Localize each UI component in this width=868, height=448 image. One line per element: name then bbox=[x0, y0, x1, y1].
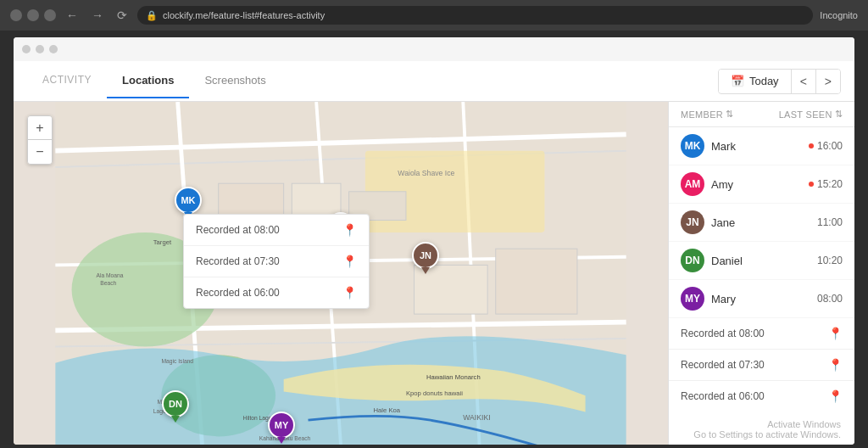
mark-time: 16:00 bbox=[809, 140, 843, 152]
jane-pin[interactable]: JN bbox=[412, 242, 439, 274]
detail-row-2-label: Recorded at 07:30 bbox=[681, 359, 765, 371]
reload-button[interactable]: ⟳ bbox=[114, 7, 131, 24]
watermark-line1: Activate Windows bbox=[693, 419, 841, 429]
forward-button[interactable]: → bbox=[88, 7, 107, 24]
mark-avatar: MK bbox=[175, 187, 202, 214]
popup-row-1-label: Recorded at 08:00 bbox=[196, 224, 280, 236]
svg-rect-16 bbox=[496, 249, 577, 314]
daniel-pin[interactable]: DN bbox=[162, 390, 189, 423]
detail-row-3: Recorded at 06:00 📍 bbox=[669, 381, 854, 412]
map-popup: Recorded at 08:00 📍 Recorded at 07:30 📍 … bbox=[183, 214, 370, 309]
member-sort-icon: ⇅ bbox=[726, 109, 733, 120]
daniel-avatar-panel: DN bbox=[681, 249, 704, 272]
amy-time: 15:20 bbox=[809, 178, 843, 190]
mary-pin[interactable]: MY bbox=[268, 412, 295, 444]
window-close[interactable] bbox=[10, 9, 22, 21]
window-minimize[interactable] bbox=[27, 9, 39, 21]
app-top-bar bbox=[14, 37, 854, 61]
daniel-pin-tail bbox=[171, 416, 180, 423]
window-controls bbox=[10, 9, 56, 21]
address-bar[interactable]: 🔒 clockify.me/feature-list#features-acti… bbox=[137, 6, 813, 25]
jane-name: Jane bbox=[711, 216, 810, 229]
member-row-mary[interactable]: MY Mary 08:00 bbox=[669, 280, 854, 318]
jane-avatar-panel: JN bbox=[681, 210, 704, 234]
tab-bar: ACTIVITY Locations Screenshots bbox=[27, 64, 281, 98]
url-text: clockify.me/feature-list#features-activi… bbox=[163, 10, 325, 20]
svg-text:Hawaiian Monarch: Hawaiian Monarch bbox=[426, 373, 481, 381]
lock-icon: 🔒 bbox=[146, 10, 158, 21]
back-button[interactable]: ← bbox=[63, 7, 81, 24]
browser-chrome: ← → ⟳ 🔒 clockify.me/feature-list#feature… bbox=[0, 0, 868, 31]
popup-row-2: Recorded at 07:30 📍 bbox=[184, 246, 369, 277]
date-picker[interactable]: 📅 Today < > bbox=[718, 69, 841, 94]
svg-text:Beach: Beach bbox=[100, 280, 116, 286]
mark-avatar-panel: MK bbox=[681, 134, 704, 158]
amy-avatar-panel: AM bbox=[681, 172, 704, 196]
mark-status-dot bbox=[809, 143, 814, 148]
member-list: MK Mark 16:00 AM Amy 15:20 bbox=[669, 127, 854, 445]
main-content: Waiola Shave Ice Ala Moana Center Target… bbox=[14, 102, 854, 445]
popup-row-1-icon[interactable]: 📍 bbox=[342, 223, 357, 237]
header-right: 📅 Today < > bbox=[718, 69, 841, 94]
mary-time: 08:00 bbox=[817, 293, 843, 305]
detail-row-2-icon[interactable]: 📍 bbox=[828, 358, 843, 372]
app-header: ACTIVITY Locations Screenshots 📅 Today <… bbox=[14, 61, 854, 102]
member-row-amy[interactable]: AM Amy 15:20 bbox=[669, 165, 854, 204]
detail-row-2: Recorded at 07:30 📍 bbox=[669, 350, 854, 381]
dot-3 bbox=[49, 45, 58, 53]
map-zoom-controls: + − bbox=[27, 115, 53, 165]
detail-row-1: Recorded at 08:00 📍 bbox=[669, 318, 854, 350]
popup-row-2-label: Recorded at 07:30 bbox=[196, 255, 280, 267]
popup-row-3: Recorded at 06:00 📍 bbox=[184, 277, 369, 308]
mark-name: Mark bbox=[711, 140, 802, 153]
dot-1 bbox=[22, 45, 31, 53]
member-col-header[interactable]: MEMBER ⇅ bbox=[681, 109, 733, 120]
amy-name: Amy bbox=[711, 178, 802, 191]
watermark: Activate Windows Go to Settings to activ… bbox=[693, 419, 841, 440]
member-row-jane[interactable]: JN Jane 11:00 bbox=[669, 204, 854, 242]
dot-2 bbox=[36, 45, 44, 53]
tab-activity[interactable]: ACTIVITY bbox=[27, 64, 107, 98]
date-label-container: 📅 Today bbox=[719, 70, 791, 92]
jane-avatar: JN bbox=[412, 242, 439, 269]
amy-status-dot bbox=[809, 182, 814, 187]
detail-row-3-icon[interactable]: 📍 bbox=[828, 389, 843, 403]
tab-screenshots[interactable]: Screenshots bbox=[189, 64, 281, 98]
detail-row-3-label: Recorded at 06:00 bbox=[681, 390, 765, 402]
window-maximize[interactable] bbox=[44, 9, 56, 21]
popup-row-1: Recorded at 08:00 📍 bbox=[184, 215, 369, 246]
prev-date-button[interactable]: < bbox=[791, 70, 815, 93]
next-date-button[interactable]: > bbox=[815, 70, 840, 93]
svg-text:Target: Target bbox=[153, 238, 172, 246]
last-seen-col-label: LAST SEEN bbox=[779, 109, 832, 120]
popup-row-2-icon[interactable]: 📍 bbox=[342, 255, 357, 268]
svg-text:Waiola Shave Ice: Waiola Shave Ice bbox=[398, 169, 454, 177]
mary-pin-tail bbox=[277, 437, 286, 444]
member-row-mark[interactable]: MK Mark 16:00 bbox=[669, 127, 854, 165]
svg-rect-13 bbox=[292, 183, 341, 216]
calendar-icon: 📅 bbox=[731, 75, 744, 87]
popup-row-3-icon[interactable]: 📍 bbox=[342, 286, 357, 300]
daniel-name: Daniel bbox=[711, 255, 810, 267]
mary-avatar-panel: MY bbox=[681, 287, 704, 311]
date-label-text: Today bbox=[749, 75, 779, 87]
mary-name: Mary bbox=[711, 293, 810, 305]
member-list-header: MEMBER ⇅ LAST SEEN ⇅ bbox=[669, 102, 854, 127]
tab-locations[interactable]: Locations bbox=[107, 64, 189, 98]
zoom-out-button[interactable]: − bbox=[28, 140, 52, 164]
svg-text:Ala Moana: Ala Moana bbox=[96, 272, 123, 278]
svg-text:Kpop donuts hawaii: Kpop donuts hawaii bbox=[406, 389, 463, 397]
map-area[interactable]: Waiola Shave Ice Ala Moana Center Target… bbox=[14, 102, 668, 445]
svg-text:Hale Koa: Hale Koa bbox=[373, 406, 400, 414]
popup-row-3-label: Recorded at 06:00 bbox=[196, 287, 280, 299]
detail-row-1-label: Recorded at 08:00 bbox=[681, 328, 765, 339]
svg-text:Magic Island: Magic Island bbox=[161, 358, 193, 365]
daniel-avatar: DN bbox=[162, 390, 189, 417]
last-seen-sort-icon: ⇅ bbox=[835, 109, 843, 120]
daniel-time: 10:20 bbox=[817, 255, 843, 266]
incognito-label: Incognito bbox=[820, 10, 858, 20]
detail-row-1-icon[interactable]: 📍 bbox=[828, 327, 843, 340]
member-row-daniel[interactable]: DN Daniel 10:20 bbox=[669, 242, 854, 280]
last-seen-col-header[interactable]: LAST SEEN ⇅ bbox=[779, 109, 843, 120]
zoom-in-button[interactable]: + bbox=[28, 116, 52, 140]
